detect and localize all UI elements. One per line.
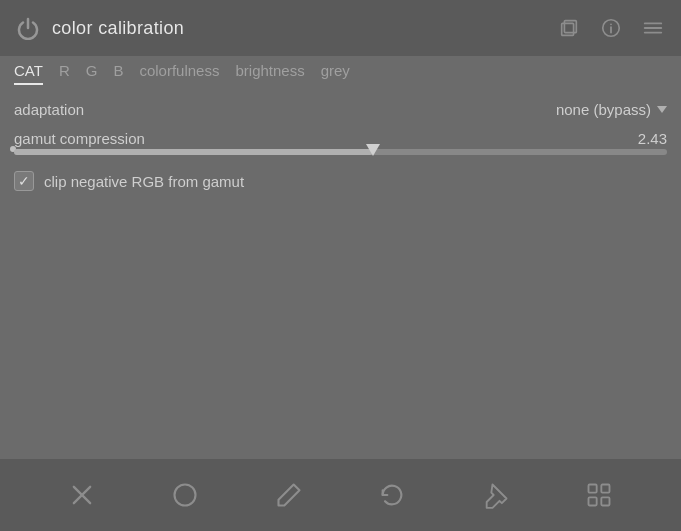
title-bar-left: color calibration [14,14,555,42]
gamut-compression-label: gamut compression [14,130,145,147]
rotate-tool-button[interactable] [374,477,410,513]
tab-grey[interactable]: grey [321,62,350,85]
tab-g[interactable]: G [86,62,98,85]
circle-icon [171,481,199,509]
svg-rect-12 [602,485,610,493]
copy-window-icon [558,17,580,39]
tab-b[interactable]: B [113,62,123,85]
title-bar: color calibration [0,0,681,56]
menu-icon [642,17,664,39]
tab-colorfulness[interactable]: colorfulness [139,62,219,85]
adaptation-dropdown[interactable]: none (bypass) [556,101,667,118]
adaptation-value: none (bypass) [556,101,651,118]
svg-rect-14 [602,497,610,505]
chevron-down-icon [657,106,667,113]
circle-tool-button[interactable] [167,477,203,513]
info-icon [600,17,622,39]
svg-rect-1 [564,21,576,33]
tab-r[interactable]: R [59,62,70,85]
gamut-compression-value: 2.43 [638,130,667,147]
close-tool-button[interactable] [64,477,100,513]
checkmark-icon: ✓ [18,174,30,188]
grid-icon [585,481,613,509]
window-title: color calibration [52,18,184,39]
dropper-icon [482,481,510,509]
clip-negative-row: ✓ clip negative RGB from gamut [14,171,667,191]
bottom-toolbar [0,459,681,531]
grid-tool-button[interactable] [581,477,617,513]
pencil-icon [275,481,303,509]
gamut-compression-slider[interactable] [14,149,667,155]
slider-fill [14,149,373,155]
menu-button[interactable] [639,14,667,42]
tab-brightness[interactable]: brightness [235,62,304,85]
slider-thumb [366,144,380,156]
adaptation-row: adaptation none (bypass) [14,101,667,118]
slider-track [14,149,667,155]
tabs-bar: CAT R G B colorfulness brightness grey [0,56,681,85]
svg-rect-0 [562,23,574,35]
rotate-icon [378,481,406,509]
clip-negative-label: clip negative RGB from gamut [44,173,244,190]
adaptation-label: adaptation [14,101,84,118]
gamut-compression-row: gamut compression 2.43 [14,130,667,147]
gamut-compression-section: gamut compression 2.43 [14,130,667,155]
svg-point-10 [175,485,196,506]
info-button[interactable] [597,14,625,42]
copy-window-button[interactable] [555,14,583,42]
title-bar-right [555,14,667,42]
svg-rect-13 [589,497,597,505]
pencil-tool-button[interactable] [271,477,307,513]
app-window: color calibration [0,0,681,531]
clip-negative-checkbox[interactable]: ✓ [14,171,34,191]
dropper-tool-button[interactable] [478,477,514,513]
power-button[interactable] [14,14,42,42]
svg-rect-11 [589,485,597,493]
main-content: adaptation none (bypass) gamut compressi… [0,85,681,459]
power-icon [16,16,40,40]
close-x-icon [68,481,96,509]
svg-point-4 [610,23,612,25]
tab-cat[interactable]: CAT [14,62,43,85]
